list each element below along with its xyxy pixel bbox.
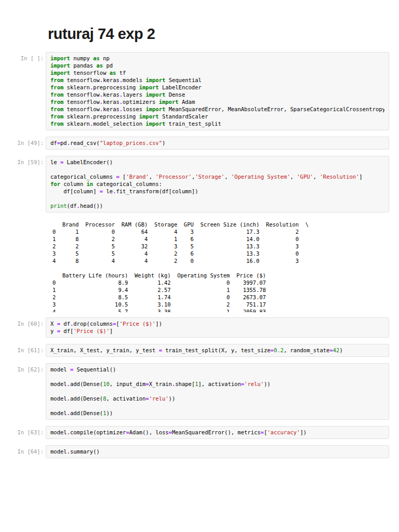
cell-prompt: In [64]:	[0, 445, 46, 455]
cell-prompt: In [61]:	[0, 344, 46, 354]
cell-prompt: In [59]:	[0, 156, 46, 166]
code-cell-in59: In [59]: le = LabelEncoder() categorical…	[0, 156, 389, 212]
cell-prompt: In [63]:	[0, 426, 46, 436]
cell-input[interactable]: X = df.drop(columns=['Price ($)']) y = d…	[46, 317, 389, 338]
cell-input[interactable]: model.summary()	[46, 445, 389, 458]
cell-input[interactable]: X_train, X_test, y_train, y_test = train…	[46, 344, 389, 357]
cell-input[interactable]: import numpy as np import pandas as pd i…	[46, 52, 389, 130]
code-cell-in61: In [61]: X_train, X_test, y_train, y_tes…	[0, 344, 389, 357]
code-editor[interactable]: X_train, X_test, y_train, y_test = train…	[50, 347, 384, 354]
notebook: ruturaj 74 exp 2 In [ ]: import numpy as…	[0, 0, 399, 458]
code-editor[interactable]: model = Sequential() model.add(Dense(10,…	[50, 366, 384, 417]
notebook-title: ruturaj 74 exp 2	[48, 26, 399, 42]
code-editor[interactable]: le = LabelEncoder() categorical_columns …	[50, 158, 384, 209]
code-cell-in64: In [64]: model.summary()	[0, 445, 389, 458]
cell-prompt: In [49]:	[0, 137, 46, 147]
cell-input[interactable]: model = Sequential() model.add(Dense(10,…	[46, 363, 389, 420]
code-cell-in63: In [63]: model.compile(optimizer=Adam(),…	[0, 426, 389, 439]
code-cell-in62: In [62]: model = Sequential() model.add(…	[0, 363, 389, 420]
cell-input[interactable]: model.compile(optimizer=Adam(), loss=Mea…	[46, 426, 389, 439]
code-editor[interactable]: model.compile(optimizer=Adam(), loss=Mea…	[50, 429, 384, 436]
code-cell-in60: In [60]: X = df.drop(columns=['Price ($)…	[0, 317, 389, 338]
cell-output-dataframe: Brand Processor RAM (GB) Storage GPU Scr…	[48, 219, 389, 312]
code-cell-in49: In [49]: df=pd.read_csv("laptop_prices.c…	[0, 137, 389, 150]
cell-input[interactable]: df=pd.read_csv("laptop_prices.csv")	[46, 137, 389, 150]
code-editor[interactable]: df=pd.read_csv("laptop_prices.csv")	[50, 139, 384, 147]
code-cell-imports: In [ ]: import numpy as np import pandas…	[0, 52, 389, 130]
code-editor[interactable]: import numpy as np import pandas as pd i…	[50, 55, 384, 127]
code-editor[interactable]: X = df.drop(columns=['Price ($)']) y = d…	[50, 320, 384, 335]
cell-prompt: In [ ]:	[0, 52, 46, 62]
code-editor[interactable]: model.summary()	[50, 448, 384, 455]
cell-prompt: In [60]:	[0, 317, 46, 327]
cell-prompt: In [62]:	[0, 363, 46, 373]
cell-input[interactable]: le = LabelEncoder() categorical_columns …	[46, 156, 389, 212]
cell-output-area: Brand Processor RAM (GB) Storage GPU Scr…	[48, 219, 389, 312]
